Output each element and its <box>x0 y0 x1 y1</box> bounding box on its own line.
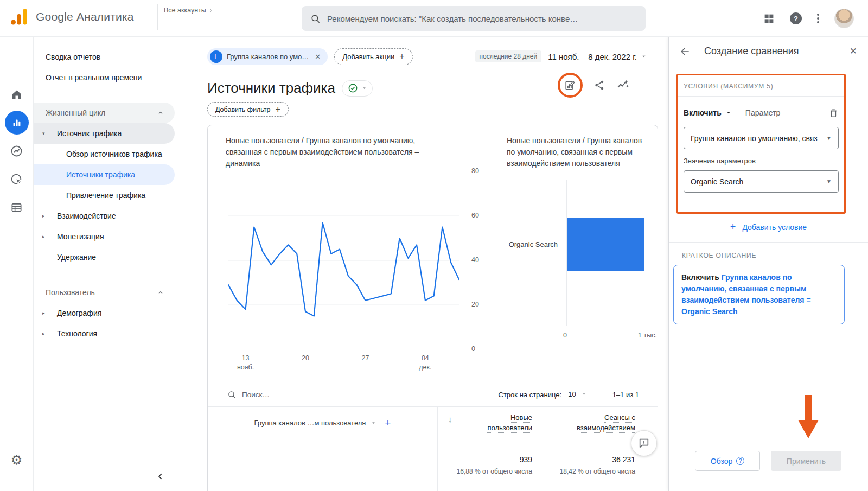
x-tick-label: 27 <box>361 354 369 363</box>
insights-icon[interactable] <box>616 79 629 92</box>
date-range-label: 11 нояб. – 8 дек. 2022 г. <box>548 52 637 61</box>
avatar[interactable] <box>834 9 854 28</box>
search-icon <box>227 390 237 399</box>
nav-footer <box>34 464 177 491</box>
nav-acquisition-overview[interactable]: Обзор источников трафика <box>34 144 175 164</box>
back-icon[interactable] <box>680 46 691 57</box>
account-picker[interactable]: Все аккаунты <box>164 7 213 14</box>
feedback-icon <box>638 437 650 449</box>
more-vertical-icon[interactable] <box>817 14 819 23</box>
apply-button[interactable]: Применить <box>771 451 841 471</box>
feedback-button[interactable] <box>631 430 657 456</box>
rows-per-page-select[interactable]: 10 <box>566 389 587 400</box>
total-engaged-sessions: 36 231 <box>532 455 635 464</box>
report-nav: Сводка отчетов Отчет в реальном времени … <box>34 37 177 491</box>
collapse-nav-icon[interactable] <box>156 472 165 481</box>
chevron-right-icon <box>208 8 213 13</box>
rows-per-page-label: Строк на странице: <box>499 391 562 399</box>
table-toolbar: Строк на странице: 10 1–1 из 1 <box>208 382 658 406</box>
nav-section-user[interactable]: Пользователь <box>34 282 175 303</box>
divider <box>42 95 168 95</box>
report-main: Г Группа каналов по умо… ✕ Добавить акци… <box>177 37 668 491</box>
caret-down-icon <box>362 86 367 91</box>
line-chart-x-axis: 13нояб.202704дек. <box>228 354 459 373</box>
nav-demographics[interactable]: ▸ Демография <box>34 303 175 323</box>
dimension-select[interactable]: Группа каналов по умолчанию, связ ▼ <box>684 127 839 149</box>
x-tick-label: 13нояб. <box>237 354 254 372</box>
dimension-values-label: Значения параметров <box>684 157 839 165</box>
metric-header-engaged-sessions[interactable]: Сеансы с взаимодействием <box>532 407 635 439</box>
chevron-up-icon <box>157 289 164 296</box>
pagination-label: 1–1 из 1 <box>612 391 639 399</box>
caret-right-icon: ▸ <box>42 234 45 239</box>
nav-tech[interactable]: ▸ Технология <box>34 323 175 344</box>
caret-right-icon: ▸ <box>42 213 45 219</box>
panel-title: Создание сравнения <box>704 46 799 57</box>
line-chart[interactable] <box>228 171 459 349</box>
report-status-dropdown[interactable] <box>342 80 373 97</box>
advertising-icon[interactable] <box>5 167 29 191</box>
line-chart-y-axis: 020406080 <box>463 171 482 349</box>
summary-include-prefix: Включить <box>681 273 719 282</box>
close-icon[interactable]: ✕ <box>850 46 857 57</box>
include-exclude-dropdown[interactable]: Включить <box>684 109 731 117</box>
nav-report-snapshot[interactable]: Сводка отчетов <box>34 47 175 67</box>
bar-chart[interactable] <box>566 180 649 326</box>
add-condition-button[interactable]: + Добавить условие <box>669 221 868 233</box>
add-comparison-button[interactable]: Добавить акции+ <box>334 48 412 65</box>
nav-user-acquisition[interactable]: Привлечение трафика <box>34 185 175 206</box>
bar-organic-search[interactable] <box>567 218 644 271</box>
total-engaged-sessions-share: 18,42 % от общего числа <box>532 468 635 475</box>
share-icon[interactable] <box>593 79 605 91</box>
caret-down-icon <box>582 392 586 397</box>
add-column-icon[interactable]: + <box>385 417 391 429</box>
divider <box>177 71 668 71</box>
library-icon[interactable] <box>5 195 29 219</box>
y-tick-label: 0 <box>471 345 475 353</box>
summary-header: КРАТКОЕ ОПИСАНИЕ <box>682 252 756 259</box>
explore-icon[interactable] <box>5 139 29 163</box>
comparison-avatar: Г <box>210 50 222 63</box>
parameter-label: Параметр <box>745 109 781 117</box>
date-preset-badge: последние 28 дней <box>475 50 542 62</box>
table-totals-row: 939 16,88 % от общего числа 36 231 18,42… <box>208 455 658 475</box>
reports-icon[interactable] <box>5 111 29 135</box>
table-search-input[interactable] <box>242 391 350 399</box>
bar-x-tick-0: 0 <box>563 331 567 339</box>
caret-right-icon: ▸ <box>42 310 45 316</box>
ga-logo[interactable]: Google Аналитика <box>10 8 134 26</box>
total-new-users: 939 <box>208 455 532 464</box>
comparison-chip[interactable]: Г Группа каналов по умо… ✕ <box>207 48 328 65</box>
nav-retention[interactable]: Удержание <box>34 247 175 267</box>
dimension-values-select[interactable]: Organic Search ▼ <box>684 170 839 193</box>
remove-comparison-icon[interactable]: ✕ <box>313 52 322 62</box>
settings-gear-icon[interactable]: ⚙ <box>5 448 29 472</box>
nav-traffic-acquisition[interactable]: Источники трафика <box>34 164 175 185</box>
customize-report-icon[interactable] <box>564 79 576 91</box>
apps-grid-icon[interactable] <box>763 13 775 24</box>
delete-condition-icon[interactable] <box>828 108 839 118</box>
date-range-picker[interactable]: последние 28 дней 11 нояб. – 8 дек. 2022… <box>475 50 647 62</box>
nav-monetization[interactable]: ▸ Монетизация <box>34 226 175 247</box>
plus-icon: + <box>399 52 404 61</box>
nav-acquisition[interactable]: ▾ Источник трафика <box>34 123 175 144</box>
y-tick-label: 80 <box>471 167 479 175</box>
nav-engagement[interactable]: ▸ Взаимодействие <box>34 206 175 226</box>
x-tick-label: 04дек. <box>419 354 431 372</box>
metric-header-new-users[interactable]: ↓ Новые пользователи <box>437 407 532 439</box>
conditions-header: УСЛОВИЯ (МАКСИМУМ 5) <box>678 75 844 97</box>
search-input[interactable] <box>327 14 637 23</box>
help-icon[interactable]: ? <box>790 12 802 24</box>
total-new-users-share: 16,88 % от общего числа <box>208 468 532 475</box>
dimension-header[interactable]: Группа каналов …м пользователя + <box>208 407 437 439</box>
divider <box>669 242 868 243</box>
preview-button[interactable]: Обзор ? <box>695 451 760 471</box>
global-search[interactable] <box>302 6 646 31</box>
help-icon: ? <box>736 457 744 465</box>
add-filter-button[interactable]: Добавить фильтр+ <box>207 102 289 117</box>
home-icon[interactable] <box>5 82 29 106</box>
caret-down-icon <box>641 54 647 59</box>
nav-realtime[interactable]: Отчет в реальном времени <box>34 67 175 88</box>
check-circle-icon <box>348 83 358 93</box>
nav-section-lifecycle[interactable]: Жизненный цикл <box>34 103 175 123</box>
